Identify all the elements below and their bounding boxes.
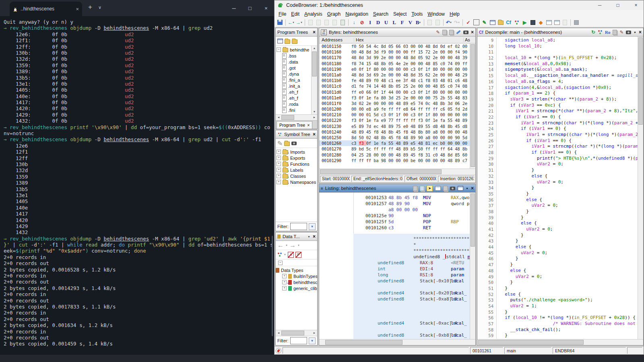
code-line[interactable]: 9 sigaction local_a8; xyxy=(477,37,638,43)
close-icon[interactable]: × xyxy=(471,185,474,191)
variable-row[interactable]: longRSI:8param xyxy=(353,272,470,278)
back-icon[interactable]: ← xyxy=(277,242,284,249)
code-line[interactable]: 43 } xyxy=(477,238,638,244)
decompile-header[interactable]: Cf Decompile: main - (behindthescenes) ↻… xyxy=(477,28,643,37)
symbol-tree-item-exports[interactable]: +Exports xyxy=(276,155,317,161)
close-icon[interactable]: × xyxy=(639,29,642,35)
diff-icon[interactable] xyxy=(443,186,448,191)
hex-row[interactable]: 001011a048 8d 3d 69 2e 00 00 48 8d 35 62… xyxy=(319,72,475,78)
cf-icon[interactable]: Cf xyxy=(505,19,512,26)
code-line[interactable]: 46 } xyxy=(477,256,638,262)
code-line[interactable]: 17 sigaction(4,&local_a8,(sigaction *)0x… xyxy=(477,85,638,91)
code-line[interactable]: 25 iVar1 = strncmp((char *)(*(long *)(pa… xyxy=(477,132,638,138)
terminal-minimize-icon[interactable]: ─ xyxy=(226,0,242,16)
format-f-icon[interactable]: F xyxy=(398,19,406,26)
instruction-row[interactable]: 0010125348 8b 45 f8MOVRAX,qwo xyxy=(353,195,470,201)
edit-icon[interactable]: ✎ xyxy=(619,29,623,35)
code-line[interactable]: 18 if (param_1 == 2) { xyxy=(477,90,638,97)
hex-row[interactable]: 00101220f3 0f 1e fa e9 77 ff ff ff f3 0f… xyxy=(319,117,475,123)
undo-icon[interactable]: ↶▼ xyxy=(445,19,453,26)
program-trees-header[interactable]: Program Trees × xyxy=(276,28,317,37)
code-line[interactable]: 30 uVar2 = 0; xyxy=(477,161,638,167)
code-line[interactable]: 55 } xyxy=(477,309,638,315)
nav-down-icon[interactable] xyxy=(331,19,339,26)
code-line[interactable]: 27 iVar1 = strncmp((char *)(*(long *)(pa… xyxy=(477,144,638,150)
hex-row[interactable]: 0010128004 25 28 00 00 00 48 89 45 f8 31… xyxy=(319,152,475,158)
filter-icon[interactable]: ▼ xyxy=(309,223,316,230)
code-line[interactable]: 19 sVar3 = strlen(*(char **)(param_2 + 8… xyxy=(477,97,638,103)
menu-tools[interactable]: Tools xyxy=(409,11,425,17)
book-icon[interactable] xyxy=(458,186,463,191)
variable-row[interactable]: undefined4Stack[-0x20]:4local_ xyxy=(353,290,470,296)
data-types-item-generic_clib_[interactable]: +generic_clib_ xyxy=(276,285,317,291)
ghidra-titlebar[interactable]: CodeBrowser: 1:/behindthescenes ─ □ × xyxy=(275,0,644,10)
variable-row[interactable]: undefined8Stack[-0xa8]:8local_ xyxy=(353,296,470,302)
menu-navigation[interactable]: Navigation xyxy=(343,11,371,17)
menu-search[interactable]: Search xyxy=(371,11,391,17)
function-signature[interactable]: undefined8 _stdcall ma xyxy=(353,254,470,260)
hex-row[interactable]: 001011b0fe 48 89 f0 48 c1 ee 3f 48 c1 f8… xyxy=(319,78,475,83)
memory-icon[interactable] xyxy=(529,19,537,26)
listing-header[interactable]: ≡ Listing: behindthescenes ➤ ▼ × xyxy=(319,184,475,193)
code-line[interactable]: 16 local_a8.sa_flags = 4; xyxy=(477,79,638,85)
hex-row[interactable]: 00101180f8 74 15 48 8b 05 4e 2e 00 00 48… xyxy=(319,61,475,66)
hex-row[interactable]: 00101150f0 50 54 4c 8d 05 66 03 00 00 48… xyxy=(319,43,475,49)
terminal-maximize-icon[interactable]: □ xyxy=(242,0,258,16)
code-line[interactable]: 49 uVar2 = 0; xyxy=(477,274,638,280)
code-line[interactable]: 58 __stack_chk_fail(); xyxy=(477,327,638,333)
camera-icon[interactable] xyxy=(463,31,469,34)
decompile-hscrollbar[interactable] xyxy=(477,339,643,345)
program-tree-hscrollbar[interactable]: ◄ ► xyxy=(276,114,317,120)
code-line[interactable]: 20 if (sVar3 == 0xc) { xyxy=(477,103,638,109)
bytes-vscrollbar[interactable] xyxy=(470,43,475,169)
variable-row[interactable]: undefined8RAX:8<RETU xyxy=(353,260,470,266)
dropdown-icon[interactable]: ▼ xyxy=(634,31,636,34)
menu-select[interactable]: Select xyxy=(391,11,409,17)
cursor-arrow-icon[interactable]: ➤ xyxy=(427,185,433,191)
code-line[interactable]: 33 uVar2 = 0; xyxy=(477,179,638,185)
filter-input[interactable] xyxy=(290,337,308,344)
dropdown-icon[interactable]: ▼ xyxy=(308,235,310,238)
format-u-icon[interactable]: U xyxy=(382,19,390,26)
table2-icon[interactable] xyxy=(553,19,561,26)
graph-icon[interactable] xyxy=(598,30,603,35)
ghidra-minimize-icon[interactable]: ─ xyxy=(592,0,607,10)
edit-icon[interactable]: ✎ xyxy=(277,140,283,147)
copy-icon[interactable] xyxy=(442,30,447,35)
code-line[interactable]: 59 } xyxy=(477,333,638,339)
col-addresses[interactable]: Addresses xyxy=(319,37,354,42)
hex-row[interactable]: 00101230e5 89 7d ec 48 89 75 e0 48 89 55… xyxy=(319,123,475,129)
nav-up-icon[interactable] xyxy=(323,19,330,26)
instruction-row[interactable]: 0010125e90NOP xyxy=(353,213,470,219)
menu-window[interactable]: Window xyxy=(425,11,447,17)
hex-row[interactable]: 0010120000 00 e8 a9 fe ff ff e8 64 ff ff… xyxy=(319,106,475,112)
hex-row[interactable]: 00101260c3 f3 0f 1e fa 55 48 89 e5 48 81… xyxy=(319,140,475,146)
code-line[interactable]: 21 iVar1 = strncmp(*(char **)(param_2 + … xyxy=(477,108,638,114)
new-tab-icon[interactable]: + xyxy=(85,3,95,11)
script-icon[interactable]: ✎ xyxy=(481,19,488,26)
data-types-item-BuiltInTypes[interactable]: +BuiltInTypes xyxy=(276,273,317,279)
code-line[interactable]: 22 if (iVar1 == 0) { xyxy=(477,114,638,120)
code-line[interactable]: 26 if (iVar1 == 0) { xyxy=(477,138,638,144)
edit-icon[interactable]: ✎ xyxy=(436,29,440,35)
bytes-hscrollbar[interactable] xyxy=(319,169,475,175)
filter-icon[interactable]: ▼ xyxy=(309,337,316,344)
data-types-root[interactable]: Data Types xyxy=(276,267,317,273)
hex-row[interactable]: 001011f03d 02 2e 00 00 00 48 89 e5 74 0c… xyxy=(319,101,475,106)
tab-close-icon[interactable]: × xyxy=(307,123,310,128)
hex-row[interactable]: 0010127089 bd 5c ff ff ff 48 89 b5 50 ff… xyxy=(319,146,475,152)
symbol-tree-item-namespaces[interactable]: +Namespaces xyxy=(276,179,317,185)
code-line[interactable]: 44 else { xyxy=(477,244,638,250)
code-line[interactable]: 47 } xyxy=(477,262,638,268)
code-line[interactable]: 39 } xyxy=(477,215,638,221)
window-icon[interactable] xyxy=(277,39,283,43)
variable-row[interactable]: undefined4Stack[-0xac]:4local_ xyxy=(353,320,470,326)
folder-export-icon[interactable] xyxy=(292,39,297,44)
data-types-header[interactable]: Data T... ▼ × xyxy=(276,232,317,241)
clear-icon[interactable]: ⊘ xyxy=(358,19,366,26)
menu-help[interactable]: Help xyxy=(447,11,462,17)
hex-row[interactable]: 00101190e0 0f 1f 80 00 00 00 00 c3 0f 1f… xyxy=(319,66,475,72)
bytes-header[interactable]: 1001 Bytes: behindthescenes ✎ × xyxy=(319,28,475,37)
code-line[interactable]: 24 if (iVar1 == 0) { xyxy=(477,126,638,132)
code-line[interactable]: 29 printf("> HTB{%s}\n",*(undefined8 *)(… xyxy=(477,156,638,162)
